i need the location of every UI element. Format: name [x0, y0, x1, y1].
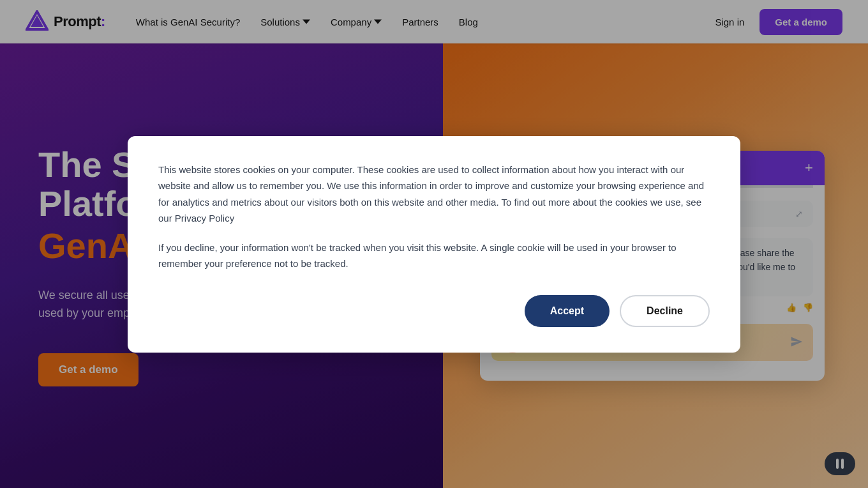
cookie-banner: This website stores cookies on your comp… — [128, 136, 740, 353]
cookie-text-1: This website stores cookies on your comp… — [158, 162, 710, 227]
cookie-actions: Accept Decline — [158, 295, 710, 327]
accept-button[interactable]: Accept — [525, 295, 610, 327]
cookie-text-2: If you decline, your information won't b… — [158, 240, 710, 272]
cookie-overlay: This website stores cookies on your comp… — [0, 0, 868, 488]
decline-button[interactable]: Decline — [620, 295, 710, 327]
